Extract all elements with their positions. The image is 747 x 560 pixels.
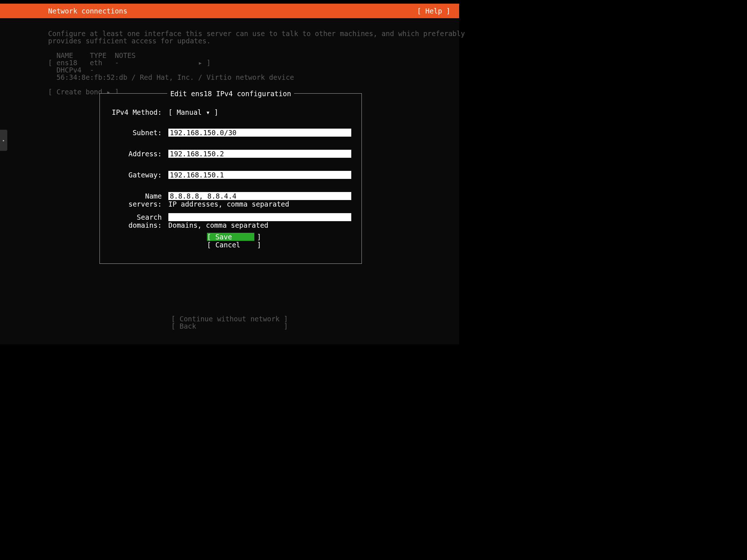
subnet-row: Subnet: bbox=[110, 129, 351, 137]
topbar-spacer bbox=[0, 0, 459, 4]
dns-hint: IP addresses, comma separated bbox=[168, 200, 351, 208]
continue-without-network-button[interactable]: [ Continue without network ] bbox=[171, 315, 288, 323]
iface-dhcp-line: DHCPv4 - bbox=[48, 66, 94, 74]
side-drawer-toggle[interactable]: ▸ bbox=[0, 130, 7, 151]
subnet-input[interactable] bbox=[168, 129, 351, 137]
gateway-label: Gateway: bbox=[110, 171, 168, 179]
dns-label: Name servers: bbox=[110, 192, 168, 208]
footer-buttons: [ Continue without network ] [ Back ] bbox=[0, 308, 459, 337]
search-row: Search domains: Domains, comma separated bbox=[110, 213, 351, 229]
search-hint: Domains, comma separated bbox=[168, 221, 351, 229]
help-button[interactable]: [ Help ] bbox=[417, 7, 450, 15]
cancel-button[interactable]: [ Cancel ] bbox=[207, 241, 254, 249]
address-row: Address: bbox=[110, 150, 351, 158]
search-input[interactable] bbox=[168, 213, 351, 221]
gateway-input[interactable] bbox=[168, 171, 351, 179]
method-label: IPv4 Method: bbox=[110, 108, 168, 116]
back-button[interactable]: [ Back ] bbox=[171, 322, 288, 330]
iface-header: NAME TYPE NOTES bbox=[48, 51, 136, 59]
ipv4-config-dialog: Edit ens18 IPv4 configuration IPv4 Metho… bbox=[100, 94, 361, 263]
method-row: IPv4 Method: [ Manual ▾ ] bbox=[110, 108, 351, 116]
iface-mac-line: 56:34:8e:fb:52:db / Red Hat, Inc. / Virt… bbox=[48, 73, 294, 81]
search-label: Search domains: bbox=[110, 213, 168, 229]
iface-row-ens18[interactable]: [ ens18 eth - ▸ ] bbox=[48, 59, 211, 67]
save-button[interactable]: [ Save ] bbox=[207, 233, 254, 241]
ipv4-method-dropdown[interactable]: [ Manual ▾ ] bbox=[168, 108, 218, 116]
dialog-title: Edit ens18 IPv4 configuration bbox=[100, 90, 361, 98]
chevron-right-icon: ▸ bbox=[3, 138, 5, 143]
installer-screen: Network connections [ Help ] Configure a… bbox=[0, 0, 459, 344]
dns-row: Name servers: IP addresses, comma separa… bbox=[110, 192, 351, 208]
page-description: Configure at least one interface this se… bbox=[48, 30, 465, 45]
address-label: Address: bbox=[110, 150, 168, 158]
gateway-row: Gateway: bbox=[110, 171, 351, 179]
page-title: Network connections bbox=[48, 7, 127, 15]
topbar: Network connections [ Help ] bbox=[0, 4, 459, 18]
subnet-label: Subnet: bbox=[110, 129, 168, 137]
dns-input[interactable] bbox=[168, 192, 351, 200]
dialog-buttons: [ Save ] [ Cancel ] bbox=[110, 233, 351, 249]
address-input[interactable] bbox=[168, 150, 351, 158]
